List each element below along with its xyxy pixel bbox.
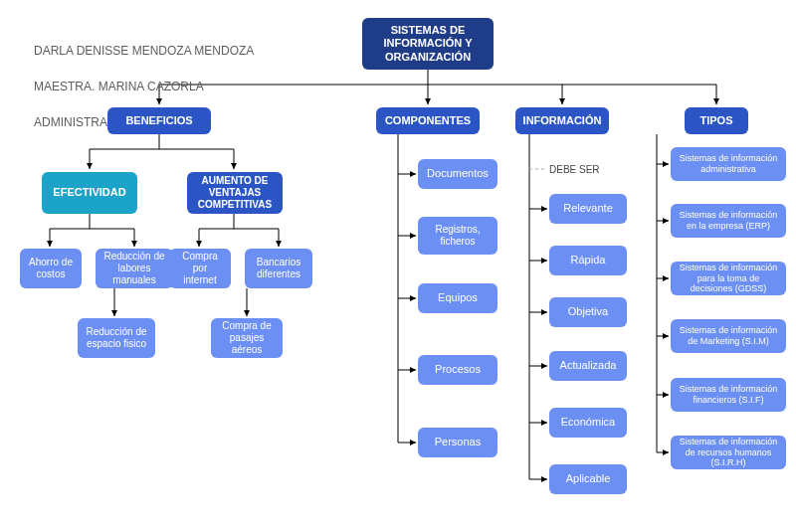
node-aplicable: Aplicable [549, 464, 627, 494]
node-tipo-administrativa: Sistemas de información administrativa [671, 147, 786, 181]
node-procesos: Procesos [418, 355, 498, 385]
node-rapida: Rápida [549, 246, 627, 275]
label-debe-ser: DEBE SER [549, 164, 600, 175]
node-bancarios: Bancarios diferentes [245, 249, 312, 288]
node-componentes: COMPONENTES [376, 107, 480, 134]
node-economica: Económica [549, 408, 627, 438]
node-relevante: Relevante [549, 194, 627, 224]
node-tipos: TIPOS [685, 107, 748, 134]
node-tipo-erp: Sistemas de información en la empresa (E… [671, 204, 786, 238]
node-ahorro-costos: Ahorro de costos [20, 249, 82, 288]
node-root: SISTEMAS DE INFORMACIÓN Y ORGANIZACIÓN [362, 18, 494, 70]
node-tipo-sirh: Sistemas de información de recursos huma… [671, 436, 786, 469]
node-documentos: Documentos [418, 159, 498, 189]
header-line1: DARLA DENISSE MENDOZA MENDOZA [34, 44, 254, 58]
node-objetiva: Objetiva [549, 297, 627, 327]
node-registros: Registros, ficheros [418, 217, 498, 255]
node-personas: Personas [418, 428, 498, 457]
node-pasajes-aereos: Compra de pasajes aéreos [211, 318, 283, 358]
node-actualizada: Actualizada [549, 351, 627, 381]
node-efectividad: EFECTIVIDAD [42, 172, 137, 214]
node-compra-internet: Compra por internet [169, 249, 231, 288]
header-line2: MAESTRA. MARINA CAZORLA [34, 80, 204, 93]
node-beneficios: BENEFICIOS [107, 107, 211, 134]
node-equipos: Equipos [418, 283, 498, 313]
node-reduccion-espacio: Reducción de espacio fisico [78, 318, 155, 358]
node-tipo-sif: Sistemas de información financieros (S.I… [671, 378, 786, 412]
node-tipo-gdss: Sistemas de información para la toma de … [671, 262, 786, 295]
node-informacion: INFORMACIÓN [515, 107, 609, 134]
node-reduccion-labores: Reducción de labores manuales [96, 249, 173, 288]
node-tipo-sim: Sistemas de información de Marketing (S.… [671, 319, 786, 353]
node-ventajas: AUMENTO DE VENTAJAS COMPETITIVAS [187, 172, 283, 214]
